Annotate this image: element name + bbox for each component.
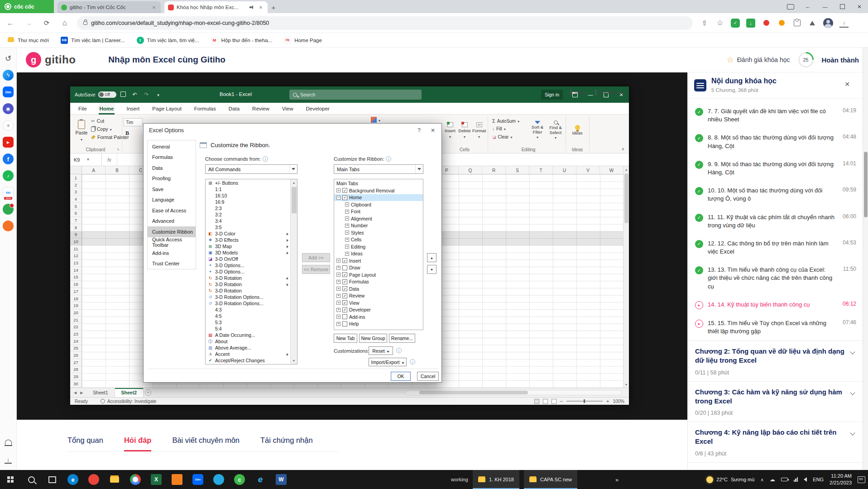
lesson-item[interactable]: 10. 10. Một số thao tác thường dùng với … [688, 182, 863, 208]
expand-toggle-icon[interactable] [336, 259, 340, 263]
expand-toggle-icon[interactable] [345, 224, 349, 228]
tab-checkbox[interactable] [342, 321, 347, 326]
chapter-item[interactable]: Chương 2: Tổng quan về dữ liệu và định d… [688, 340, 863, 381]
taskbar-app[interactable] [42, 470, 62, 489]
ribbon-tab[interactable]: View [281, 103, 294, 115]
window-close-button[interactable] [851, 0, 868, 13]
gitiho-logo[interactable]: gitiho [26, 52, 76, 67]
ribbon-tab-row[interactable]: Data [334, 285, 423, 292]
column-header[interactable]: U [553, 166, 576, 174]
taskbar-app[interactable] [104, 470, 125, 489]
tab-checkbox[interactable] [342, 293, 347, 298]
command-item[interactable]: Above Average... [206, 345, 290, 351]
options-nav-item[interactable]: Formulas [148, 152, 196, 163]
command-item[interactable]: 3-D Rotation [206, 288, 290, 294]
taskbar-app[interactable] [208, 470, 229, 489]
column-header[interactable]: V [576, 166, 600, 174]
row-header[interactable]: 21 [70, 316, 82, 324]
new-group-button[interactable]: New Group [359, 334, 387, 343]
bookmark-item[interactable]: Thư mục mới [7, 37, 49, 44]
column-header[interactable]: R [482, 166, 506, 174]
window-minimize-button[interactable] [816, 0, 834, 13]
ribbon-tab[interactable]: Home [99, 103, 115, 115]
format-painter-button[interactable]: Format Painter [91, 134, 129, 140]
accessibility-status[interactable]: Accessibility: Investigate [101, 399, 156, 404]
ribbon-tab-row[interactable]: Review [334, 292, 423, 300]
command-item[interactable]: A Date Occurring... [206, 332, 290, 338]
lesson-item[interactable]: 13. 13. Tìm hiểu về thanh công cụ của Ex… [688, 261, 863, 296]
volume-icon[interactable] [804, 477, 807, 482]
clear-button[interactable]: Clear [492, 134, 512, 139]
info-icon[interactable] [410, 359, 415, 364]
adblock-icon[interactable] [731, 19, 740, 28]
expand-toggle-icon[interactable] [336, 294, 340, 298]
taskbar-app[interactable] [125, 470, 146, 489]
taskbar-app[interactable] [83, 470, 104, 489]
taskbar-clock[interactable]: 11:20 AM 2/21/2023 [830, 473, 852, 486]
side-panel-app-icon[interactable] [3, 103, 14, 114]
new-sheet-button[interactable] [144, 388, 153, 397]
expand-toggle-icon[interactable] [336, 188, 340, 192]
sheet-tab[interactable]: Sheet1 [86, 388, 115, 397]
row-header[interactable]: 2 [70, 182, 82, 189]
chapter-item[interactable]: Chương 5: Exam: Để kiểm tra tự đánh giá … [688, 462, 863, 470]
font-name-box[interactable]: Tim [124, 118, 143, 126]
rename-button[interactable]: Rename... [389, 334, 415, 343]
sheet-nav-right-icon[interactable]: ▶ [80, 391, 83, 395]
info-icon[interactable] [263, 156, 268, 162]
taskbar-app[interactable] [167, 470, 187, 489]
expand-toggle-icon[interactable] [336, 322, 340, 326]
cut-button[interactable]: Cut [91, 118, 104, 124]
ribbon-tab-row[interactable]: Clipboard [334, 201, 423, 208]
add-button[interactable]: Add >> [302, 253, 330, 262]
tab-checkbox[interactable] [342, 265, 347, 270]
command-item[interactable]: 3:4 [206, 218, 290, 224]
share-icon[interactable] [700, 19, 709, 28]
profile-avatar[interactable] [823, 18, 833, 28]
scroll-down-icon[interactable] [623, 381, 629, 388]
row-header[interactable]: 30 [70, 380, 82, 388]
ribbon-tab-row[interactable]: Font [334, 208, 423, 216]
lab-icon[interactable] [808, 19, 817, 28]
side-panel-app-icon[interactable] [3, 170, 14, 181]
tab-checkbox[interactable] [342, 286, 347, 291]
zoom-knob[interactable] [584, 399, 585, 403]
command-item[interactable]: +/- Buttons [206, 180, 290, 186]
taskbar-app[interactable] [250, 470, 271, 489]
sheet-tab[interactable]: Sheet2 [115, 388, 144, 397]
command-item[interactable]: 3:5 [206, 224, 290, 230]
ribbon-tab-row[interactable]: Ideas [334, 250, 423, 258]
command-item[interactable]: 4:3 [206, 307, 290, 313]
command-item[interactable]: 5:4 [206, 326, 290, 332]
bookmark-item[interactable]: Tìm việc làm | Career... [61, 37, 125, 44]
side-panel-app-icon[interactable] [3, 204, 14, 215]
command-item[interactable]: Accent [206, 351, 290, 357]
window-switch-icon[interactable] [799, 0, 816, 13]
row-header[interactable]: 22 [70, 323, 82, 331]
scroll-thumb[interactable] [624, 173, 628, 223]
command-item[interactable]: 3D Map [206, 243, 290, 249]
command-item[interactable]: 3-D Effects [206, 237, 290, 243]
delete-cells-button[interactable]: Delete [458, 116, 471, 144]
row-header[interactable]: 17 [70, 288, 82, 295]
tab-audio-icon[interactable] [249, 5, 255, 10]
tab-checkbox[interactable] [342, 279, 347, 284]
weather-widget[interactable]: 22°C Sương mù [706, 476, 754, 483]
side-panel-app-icon[interactable] [3, 137, 14, 148]
bookmark-star-icon[interactable] [715, 19, 724, 28]
battery-icon[interactable] [781, 478, 788, 481]
ribbon-tab-row[interactable]: Add-ins [334, 313, 423, 321]
row-header[interactable]: 26 [70, 352, 82, 359]
network-icon[interactable] [794, 477, 798, 482]
grid-vertical-scrollbar[interactable] [623, 166, 629, 388]
row-header[interactable]: 15 [70, 274, 82, 281]
action-center-icon[interactable] [858, 476, 865, 483]
scroll-up-icon[interactable] [623, 166, 629, 173]
import-export-button[interactable]: Import/Export [369, 358, 407, 366]
taskbar-overflow[interactable]: » [615, 476, 619, 483]
command-item[interactable]: 3-D On/Off [206, 256, 290, 262]
side-panel-app-icon[interactable]: tiki -50% [3, 187, 14, 198]
row-header[interactable]: 18 [70, 295, 82, 302]
command-item[interactable]: 3-D Options... [206, 268, 290, 275]
zoom-level[interactable]: 100% [613, 399, 624, 404]
